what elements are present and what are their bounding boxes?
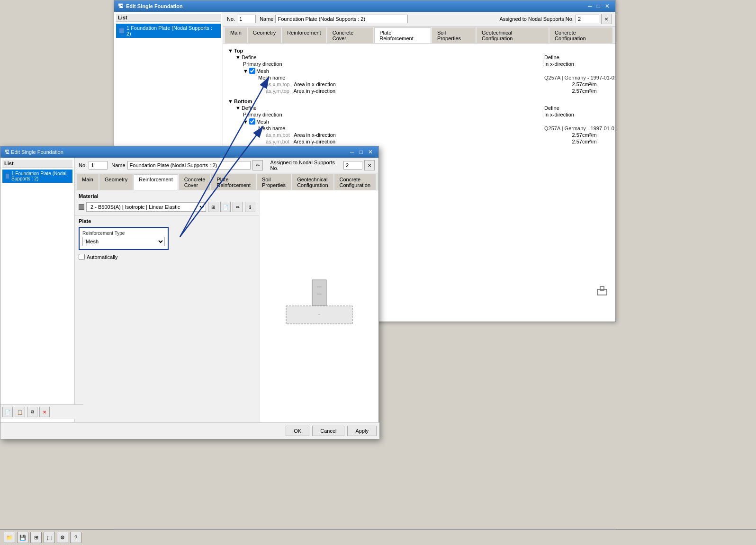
fg-dialog-body: List 1 Foundation Plate (Nodal Supports … <box>0 158 378 422</box>
fg-tab-soil-properties[interactable]: Soil Properties <box>257 174 291 190</box>
bottom-define-expand-icon[interactable]: ▼ <box>235 105 241 111</box>
fg-tab-plate-reinforcement[interactable]: Plate Reinforcement <box>211 174 256 190</box>
top-define-expand-icon[interactable]: ▼ <box>235 54 241 60</box>
list-copy2-button[interactable]: ⧉ <box>27 407 37 417</box>
fg-maximize-button[interactable]: □ <box>358 148 365 156</box>
auto-label: Automatically <box>87 254 117 260</box>
reinforcement-type-label: Reinforcement Type <box>82 231 165 236</box>
fg-title-text: 🏗 Edit Single Foundation <box>4 149 63 155</box>
fg-list-item[interactable]: 1 Foundation Plate (Nodal Supports : 2) <box>2 170 72 183</box>
tree-bottom-primary: Primary direction In x-direction <box>227 111 612 118</box>
toolbar-select-button[interactable]: ⊞ <box>30 532 42 543</box>
fg-tab-concrete-config[interactable]: Concrete Configuration <box>334 174 376 190</box>
material-select[interactable]: 2 - B500S(A) | Isotropic | Linear Elasti… <box>86 202 206 212</box>
reinforcement-type-select[interactable]: MeshBarsNone <box>82 237 165 246</box>
bg-list-item[interactable]: 1 Foundation Plate (Nodal Supports : 2) <box>116 24 221 38</box>
top-area-x-label: ás,x,m,top Area in x-direction <box>228 81 351 87</box>
bottom-area-x-val: 2.57 <box>544 132 582 138</box>
bg-no-label: No. <box>227 16 235 22</box>
bottom-mesh-label: Mesh <box>256 119 269 125</box>
fg-tab-concrete-cover[interactable]: Concrete Cover <box>179 174 211 190</box>
bottom-expand-icon[interactable]: ▼ <box>228 98 233 104</box>
foundation-svg <box>281 277 357 334</box>
material-info-button[interactable]: ℹ <box>245 202 255 212</box>
fg-apply-button[interactable]: Apply <box>347 426 377 436</box>
fg-cancel-button[interactable]: Cancel <box>312 426 344 436</box>
toolbar-help-button[interactable]: ? <box>70 532 81 543</box>
tab-soil-properties[interactable]: Soil Properties <box>432 27 476 43</box>
tab-concrete-cover[interactable]: Concrete Cover <box>327 27 374 43</box>
bottom-area-y-val: 2.57 <box>544 139 582 144</box>
tree-bottom-mesh-name: Mesh name Q257A | Germany - 1997-01-01 <box>227 125 612 132</box>
toolbar-region-button[interactable]: ⬚ <box>44 532 55 543</box>
fg-titlebar: 🏗 Edit Single Foundation ─ □ ✕ <box>0 146 378 158</box>
bottom-section-label: Bottom <box>234 98 252 104</box>
fg-close-button[interactable]: ✕ <box>366 148 375 156</box>
tab-concrete-config[interactable]: Concrete Configuration <box>549 27 612 43</box>
fg-list-header: List <box>2 160 72 168</box>
top-mesh-value: Q257A | Germany - 1997-01-01 <box>544 75 615 80</box>
fg-minimize-button[interactable]: ─ <box>348 148 356 156</box>
tab-geotechnical[interactable]: Geotechnical Configuration <box>477 27 549 43</box>
top-area-y-label: ás,y,m,top Area in y-direction <box>228 88 351 94</box>
bottom-area-x-label: ás,x,m,bot Area in x-direction <box>228 132 351 138</box>
tab-reinforcement[interactable]: Reinforcement <box>282 27 326 43</box>
fg-tab-reinforcement[interactable]: Reinforcement <box>134 174 178 190</box>
material-section: Material 2 - B500S(A) | Isotropic | Line… <box>75 190 259 215</box>
fg-ok-button[interactable]: OK <box>286 426 309 436</box>
bottom-mesh-name-label: Mesh name <box>228 125 351 131</box>
toolbar-save-button[interactable]: 💾 <box>17 532 28 543</box>
top-mesh-expand-icon[interactable]: ▼ <box>243 68 248 74</box>
fg-tab-geotechnical[interactable]: Geotechnical Configuration <box>292 174 333 190</box>
bg-assigned-group: Assigned to Nodal Supports No. ✕ <box>499 14 612 24</box>
maximize-button[interactable]: □ <box>595 2 602 10</box>
fg-assigned-group: Assigned to Nodal Supports No. ✕ <box>270 160 375 171</box>
fg-tab-main[interactable]: Main <box>77 174 99 190</box>
bg-title-text: 🏗 Edit Single Foundation <box>118 3 183 9</box>
toolbar-settings-button[interactable]: ⚙ <box>57 532 68 543</box>
bg-titlebar-controls: ─ □ ✕ <box>586 2 612 10</box>
bg-titlebar: 🏗 Edit Single Foundation ─ □ ✕ <box>114 0 615 12</box>
list-new-button[interactable]: 📄 <box>2 407 13 417</box>
material-edit-button[interactable]: ✏ <box>233 202 243 212</box>
svg-rect-1 <box>600 286 604 290</box>
bg-no-input[interactable] <box>237 15 256 23</box>
foundation-preview <box>281 277 357 335</box>
fg-name-edit-button[interactable]: ✏ <box>252 160 263 170</box>
material-table-button[interactable]: ⊞ <box>208 202 218 212</box>
fg-assigned-clear-button[interactable]: ✕ <box>364 160 375 170</box>
fg-assigned-input[interactable] <box>343 161 362 170</box>
auto-checkbox[interactable] <box>79 254 85 260</box>
bg-tabs: Main Geometry Reinforcement Concrete Cov… <box>223 27 615 44</box>
fg-no-label: No. <box>79 162 87 168</box>
bottom-mesh-expand-icon[interactable]: ▼ <box>243 119 248 125</box>
tree-bottom-area-y: ás,y,m,bot Area in y-direction 2.57 cm²/… <box>227 138 612 145</box>
list-delete-button[interactable]: ✕ <box>39 407 50 417</box>
minimize-button[interactable]: ─ <box>586 2 594 10</box>
fg-titlebar-controls: ─ □ ✕ <box>348 148 375 156</box>
tab-plate-reinforcement[interactable]: Plate Reinforcement <box>374 27 431 43</box>
bottom-area-y-label: ás,y,m,bot Area in y-direction <box>228 139 351 144</box>
close-button[interactable]: ✕ <box>603 2 612 10</box>
tab-geometry[interactable]: Geometry <box>248 27 281 43</box>
material-heading: Material <box>79 193 255 199</box>
tab-main[interactable]: Main <box>225 27 247 43</box>
bg-assigned-clear-button[interactable]: ✕ <box>601 14 612 24</box>
material-new-button[interactable]: 📄 <box>220 202 231 212</box>
fg-no-input[interactable] <box>89 161 108 170</box>
bottom-mesh-checkbox[interactable] <box>249 118 255 125</box>
list-copy-button[interactable]: 📋 <box>15 407 25 417</box>
top-mesh-checkbox[interactable] <box>249 68 255 74</box>
top-expand-icon[interactable]: ▼ <box>228 48 233 54</box>
auto-check-row: Automatically <box>79 254 255 260</box>
bg-preview-icon <box>596 286 608 298</box>
reinforcement-type-box: Reinforcement Type MeshBarsNone <box>79 227 169 250</box>
fg-name-input[interactable] <box>127 161 251 170</box>
fg-tab-geometry[interactable]: Geometry <box>99 174 133 190</box>
bg-name-input[interactable] <box>275 15 408 23</box>
toolbar-open-button[interactable]: 📁 <box>4 532 15 543</box>
bg-assigned-input[interactable] <box>576 15 599 23</box>
top-direction-label: In x-direction <box>544 61 582 67</box>
tree-bottom-area-x: ás,x,m,bot Area in x-direction 2.57 cm²/… <box>227 132 612 138</box>
bg-name-group: Name <box>260 15 408 23</box>
